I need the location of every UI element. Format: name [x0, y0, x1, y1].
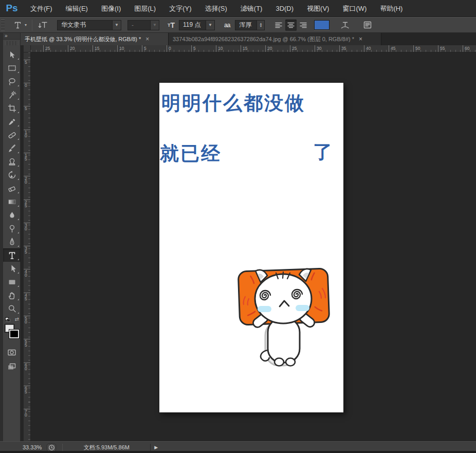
- toolbar-grip-handle[interactable]: [5, 41, 18, 45]
- tools-panel: »: [3, 33, 21, 441]
- ruler-top-label: 25: [43, 45, 50, 52]
- history-brush-tool[interactable]: [3, 168, 21, 182]
- crop-tool[interactable]: [3, 101, 21, 115]
- font-family-value: 华文隶书: [58, 21, 112, 29]
- spot-healing-brush-tool[interactable]: [3, 128, 21, 141]
- ruler-left-label: 6 5: [24, 386, 30, 394]
- text-color-swatch[interactable]: [314, 20, 329, 30]
- menu-item-7[interactable]: 滤镜(T): [234, 5, 269, 12]
- font-size-icon: TT: [166, 19, 177, 31]
- close-icon[interactable]: ×: [145, 35, 149, 43]
- menu-item-1[interactable]: 文件(F): [24, 5, 59, 12]
- eyedropper-tool[interactable]: [3, 115, 21, 128]
- chevron-down-icon: ▼: [150, 21, 159, 30]
- tab-document-1[interactable]: 手机壁纸 @ 33.3% (明明什么都没做, RGB/8) * ×: [21, 33, 169, 45]
- type-tool[interactable]: [3, 248, 21, 262]
- ruler-left-label: 4 0: [24, 269, 30, 277]
- brush-tool[interactable]: [3, 141, 21, 155]
- path-selection-tool[interactable]: [3, 262, 21, 275]
- ruler-left-label: 5 0: [24, 316, 30, 324]
- menu-item-4[interactable]: 图层(L): [127, 5, 162, 12]
- cat-on-pillow-image: [234, 263, 343, 373]
- toggle-panels-button[interactable]: [360, 19, 375, 31]
- magic-wand-tool[interactable]: [3, 88, 21, 101]
- menu-item-2[interactable]: 编辑(E): [59, 5, 95, 12]
- font-style-value: -: [128, 22, 150, 29]
- ruler-left-label: 3 0: [24, 223, 30, 231]
- status-bar: 33.33% 文档:5.93M/5.86M ▶: [0, 441, 476, 453]
- ruler-top[interactable]: 252015105051015202530354045505560: [31, 45, 476, 52]
- options-grip-handle[interactable]: [1, 20, 5, 31]
- status-menu-arrow[interactable]: ▶: [150, 444, 161, 451]
- ruler-top-label: 10: [117, 45, 124, 52]
- blur-tool[interactable]: [3, 208, 21, 222]
- ruler-left[interactable]: 5051 01 52 02 53 03 54 04 55 05 56 06 57…: [24, 52, 31, 441]
- ruler-top-label: 45: [389, 45, 395, 52]
- text-orientation-button[interactable]: [35, 19, 51, 31]
- align-left-button[interactable]: [273, 20, 284, 31]
- ruler-left-label: 4 5: [24, 293, 30, 301]
- menu-item-11[interactable]: 帮助(H): [373, 5, 409, 12]
- lasso-tool[interactable]: [3, 75, 21, 88]
- gradient-tool[interactable]: [3, 195, 21, 208]
- font-size-value: 119 点: [179, 21, 206, 29]
- dodge-tool[interactable]: [3, 222, 21, 235]
- ruler-origin-corner[interactable]: [24, 45, 31, 52]
- tab-title: 33743b082a94f892682326372862da74.jpg @ 6…: [173, 35, 354, 43]
- background-color-swatch[interactable]: [9, 330, 19, 338]
- ruler-left-label: 3 5: [24, 246, 30, 254]
- swap-colors-icon[interactable]: ⇄: [15, 316, 19, 322]
- screen-mode-button[interactable]: [3, 360, 21, 373]
- font-size-select[interactable]: 119 点 ▼: [179, 20, 215, 30]
- rectangle-shape-tool[interactable]: [3, 275, 21, 288]
- font-family-select[interactable]: 华文隶书 ▼: [57, 20, 121, 30]
- clock-icon[interactable]: [47, 444, 56, 451]
- align-right-button[interactable]: [298, 20, 309, 31]
- move-tool[interactable]: [3, 48, 21, 61]
- menu-item-5[interactable]: 文字(Y): [162, 5, 198, 12]
- text-layer-line2-right[interactable]: 了: [313, 139, 334, 165]
- eraser-tool[interactable]: [3, 182, 21, 195]
- menu-item-6[interactable]: 选择(S): [198, 5, 233, 12]
- canvas-viewport[interactable]: 明明什么都没做 就已经 了: [31, 52, 476, 441]
- ruler-top-label: 5: [142, 45, 147, 52]
- menu-items: 文件(F)编辑(E)图像(I)图层(L)文字(Y)选择(S)滤镜(T)3D(D)…: [24, 0, 409, 17]
- text-layer-line1[interactable]: 明明什么都没做: [161, 90, 305, 116]
- chevron-down-icon: ▾: [25, 23, 27, 27]
- document-tab-bar: 手机壁纸 @ 33.3% (明明什么都没做, RGB/8) * × 33743b…: [21, 33, 476, 45]
- ruler-top-label: 15: [93, 45, 99, 52]
- rectangular-marquee-tool[interactable]: [3, 61, 21, 75]
- chevron-down-icon: ▼: [112, 21, 121, 30]
- ruler-top-label: 55: [438, 45, 445, 52]
- menu-item-3[interactable]: 图像(I): [95, 5, 127, 12]
- font-style-select[interactable]: - ▼: [127, 20, 159, 30]
- collapse-toolbar-button[interactable]: »: [3, 33, 20, 40]
- tool-preset-picker[interactable]: ▾: [11, 19, 29, 31]
- zoom-tool[interactable]: [3, 302, 21, 315]
- menu-item-8[interactable]: 3D(D): [269, 5, 300, 12]
- clone-stamp-tool[interactable]: [3, 155, 21, 168]
- ruler-left-label: 5 5: [24, 339, 30, 347]
- anti-alias-select[interactable]: 浑厚 ▲▼: [235, 20, 265, 30]
- document-canvas[interactable]: 明明什么都没做 就已经 了: [159, 83, 343, 412]
- ruler-top-label: 20: [68, 45, 75, 52]
- photoshop-logo: Ps: [0, 3, 24, 14]
- warp-text-button[interactable]: [338, 19, 352, 31]
- align-center-button[interactable]: [285, 20, 297, 31]
- chevron-down-icon: ▼: [206, 21, 214, 30]
- default-colors-icon[interactable]: [5, 317, 11, 322]
- close-icon[interactable]: ×: [359, 35, 362, 43]
- document-info[interactable]: 文档:5.93M/5.86M: [63, 444, 150, 451]
- ruler-top-label: 50: [413, 45, 420, 52]
- separator: [32, 20, 32, 31]
- tab-title: 手机壁纸 @ 33.3% (明明什么都没做, RGB/8) *: [25, 35, 141, 43]
- text-layer-line2-left[interactable]: 就已经: [160, 141, 222, 167]
- zoom-level-field[interactable]: 33.33%: [23, 444, 42, 450]
- tab-document-2[interactable]: 33743b082a94f892682326372862da74.jpg @ 6…: [169, 33, 381, 45]
- anti-alias-value: 浑厚: [235, 21, 257, 29]
- quick-mask-button[interactable]: [3, 346, 21, 358]
- menu-item-10[interactable]: 窗口(W): [336, 5, 373, 12]
- menu-item-9[interactable]: 视图(V): [300, 5, 336, 12]
- pen-tool[interactable]: [3, 235, 21, 248]
- hand-tool[interactable]: [3, 288, 21, 302]
